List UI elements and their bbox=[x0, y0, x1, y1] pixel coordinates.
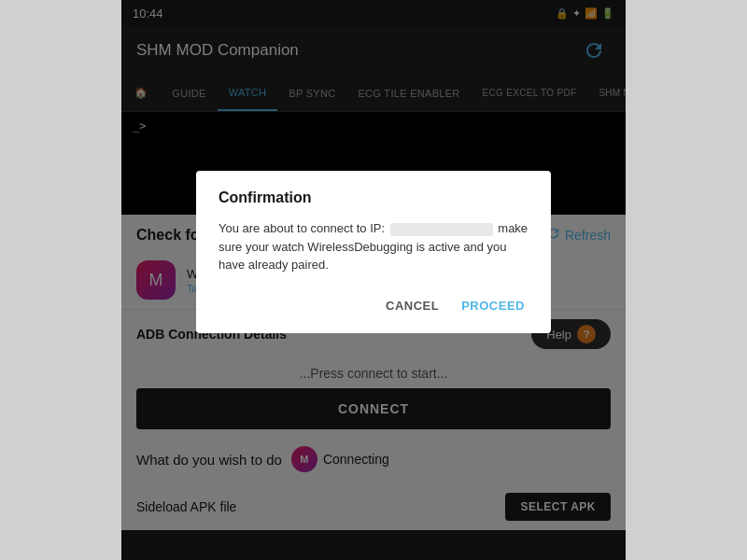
dialog-actions: CANCEL PROCEED bbox=[218, 293, 529, 318]
dialog-body-prefix: You are about to connect to IP: bbox=[218, 221, 385, 235]
dialog-ip-field bbox=[390, 223, 493, 236]
dialog-title: Confirmation bbox=[218, 189, 529, 206]
dialog-cancel-button[interactable]: CANCEL bbox=[382, 293, 443, 318]
dialog-proceed-button[interactable]: PROCEED bbox=[458, 293, 529, 318]
phone-frame: 10:44 🔒 ✦ 📶 🔋 SHM MOD Companion 🏠 GUIDE … bbox=[121, 0, 626, 560]
dialog-overlay: Confirmation You are about to connect to… bbox=[121, 0, 626, 560]
dialog-body: You are about to connect to IP: make sur… bbox=[218, 219, 529, 274]
confirmation-dialog: Confirmation You are about to connect to… bbox=[196, 171, 551, 333]
